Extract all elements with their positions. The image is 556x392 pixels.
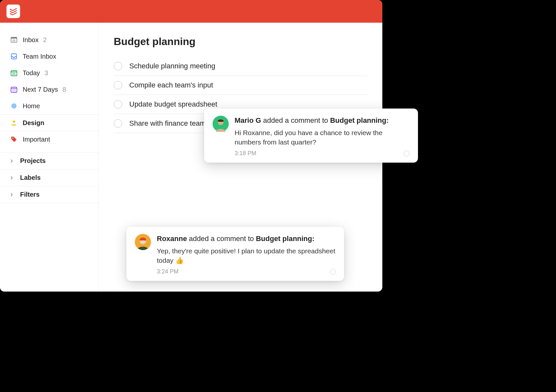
svg-point-11 xyxy=(15,89,16,90)
team-inbox-icon xyxy=(10,52,18,61)
notification-title: Mario G added a comment to Budget planni… xyxy=(235,116,410,125)
svg-point-12 xyxy=(12,91,13,91)
project-title: Budget planning xyxy=(114,36,367,48)
sidebar-item-count: 2 xyxy=(43,36,47,44)
sidebar-section-filters[interactable]: Filters xyxy=(0,186,98,203)
chevron-right-icon xyxy=(10,159,16,163)
task-row[interactable]: Compile each team's input xyxy=(114,76,367,95)
tag-icon xyxy=(10,135,18,144)
notification-mark-read[interactable] xyxy=(330,269,336,275)
sidebar-item-label: Important xyxy=(23,136,50,143)
sidebar-item-important[interactable]: Important xyxy=(0,131,98,148)
sidebar-item-today[interactable]: 21 Today 3 xyxy=(0,65,98,81)
task-title: Update budget spreadsheet xyxy=(129,100,217,109)
sidebar-item-count: 8 xyxy=(63,86,66,93)
sidebar-section-label: Projects xyxy=(20,157,46,165)
task-title: Schedule planning meeting xyxy=(129,62,215,70)
svg-point-10 xyxy=(14,89,14,90)
svg-text:21: 21 xyxy=(12,39,16,42)
notification-mark-read[interactable] xyxy=(404,151,410,156)
todoist-logo-icon xyxy=(9,7,17,16)
svg-point-14 xyxy=(15,91,16,91)
notification-message: Yep, they're quite positive! I plan to u… xyxy=(157,246,336,265)
sidebar-section-label: Filters xyxy=(20,191,40,198)
app-logo-icon[interactable] xyxy=(6,5,20,18)
sidebar-section-projects[interactable]: Projects xyxy=(0,152,98,169)
svg-text:21: 21 xyxy=(12,72,16,75)
avatar xyxy=(213,116,229,132)
task-title: Share with finance team xyxy=(129,119,206,128)
svg-point-15 xyxy=(13,121,15,123)
sidebar-item-label: Today xyxy=(23,69,40,77)
svg-point-9 xyxy=(12,89,13,90)
sidebar-section-labels[interactable]: Labels xyxy=(0,169,98,186)
sidebar-item-label: Home xyxy=(23,102,40,110)
header-bar xyxy=(0,0,382,23)
task-checkbox[interactable] xyxy=(114,119,122,128)
notification-title: Roxanne added a comment to Budget planni… xyxy=(157,234,336,244)
svg-rect-3 xyxy=(11,54,17,59)
svg-rect-1 xyxy=(11,37,17,39)
sidebar-item-home[interactable]: Home xyxy=(0,98,98,114)
sidebar-item-inbox[interactable]: 21 Inbox 2 xyxy=(0,32,98,48)
svg-point-13 xyxy=(14,91,14,91)
task-checkbox[interactable] xyxy=(114,100,122,109)
sidebar: 21 Inbox 2 Team Inbox xyxy=(0,23,99,292)
svg-point-16 xyxy=(12,138,13,139)
sidebar-item-label: Design xyxy=(23,119,44,127)
sidebar-item-team-inbox[interactable]: Team Inbox xyxy=(0,48,98,65)
notification-time: 3:18 PM xyxy=(235,150,256,157)
sidebar-item-count: 3 xyxy=(44,69,48,77)
chevron-right-icon xyxy=(10,176,16,180)
next7days-icon xyxy=(10,85,18,94)
today-icon: 21 xyxy=(10,69,18,77)
person-icon xyxy=(10,119,18,127)
notification-card[interactable]: Roxanne added a comment to Budget planni… xyxy=(126,227,344,281)
project-color-icon xyxy=(10,102,18,110)
task-row[interactable]: Schedule planning meeting xyxy=(114,57,367,76)
sidebar-item-label: Inbox xyxy=(23,36,39,44)
inbox-icon: 21 xyxy=(10,36,18,44)
sidebar-item-next7days[interactable]: Next 7 Days 8 xyxy=(0,81,98,98)
sidebar-item-label: Next 7 Days xyxy=(23,86,58,93)
task-checkbox[interactable] xyxy=(114,81,122,89)
task-checkbox[interactable] xyxy=(114,62,122,70)
sidebar-item-design[interactable]: Design xyxy=(0,114,98,131)
chevron-right-icon xyxy=(10,193,16,197)
notification-card[interactable]: Mario G added a comment to Budget planni… xyxy=(204,109,418,163)
notification-time: 3:24 PM xyxy=(157,268,179,275)
avatar xyxy=(135,234,151,250)
sidebar-item-label: Team Inbox xyxy=(23,53,56,60)
notification-message: Hi Roxanne, did you have a chance to rev… xyxy=(235,128,410,147)
task-title: Compile each team's input xyxy=(129,81,213,89)
sidebar-section-label: Labels xyxy=(20,174,41,181)
